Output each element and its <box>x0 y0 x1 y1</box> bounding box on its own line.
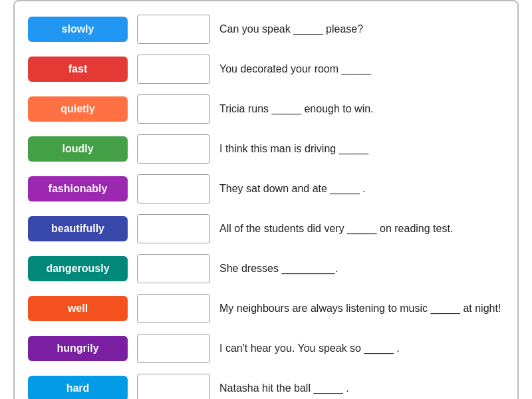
sentence-3: I think this man is driving _____ <box>219 142 504 156</box>
answer-box-dangerously <box>137 254 210 283</box>
word-button-well[interactable]: well <box>28 296 128 321</box>
answer-box-quietly <box>137 94 210 124</box>
sentence-8: I can't hear you. You speak so _____ . <box>219 341 504 356</box>
answer-box-fast <box>137 55 210 84</box>
word-button-hard[interactable]: hard <box>28 376 128 399</box>
sentence-4: They sat down and ate _____ . <box>219 182 504 196</box>
exercise-row: slowlyCan you speak _____ please? <box>28 12 504 47</box>
answer-box-hungrily <box>137 334 210 363</box>
exercise-row: fastYou decorated your room _____ <box>28 52 504 86</box>
sentence-0: Can you speak _____ please? <box>219 22 504 37</box>
exercise-row: loudlyI think this man is driving _____ <box>28 132 504 166</box>
exercise-row: fashionablyThey sat down and ate _____ . <box>28 172 504 206</box>
exercise-row: beautifullyAll of the students did very … <box>28 211 504 246</box>
sentence-5: All of the students did very _____ on re… <box>219 221 504 236</box>
sentence-1: You decorated your room _____ <box>219 62 504 76</box>
word-button-quietly[interactable]: quietly <box>28 96 128 122</box>
answer-box-slowly <box>137 15 210 44</box>
sentence-9: Natasha hit the ball _____ . <box>219 381 504 396</box>
answer-box-fashionably <box>137 174 210 203</box>
exercise-row: hardNatasha hit the ball _____ . <box>28 371 504 399</box>
word-button-dangerously[interactable]: dangerously <box>28 256 128 281</box>
exercise-container: slowlyCan you speak _____ please?fastYou… <box>13 0 519 399</box>
answer-box-well <box>137 294 210 323</box>
word-button-slowly[interactable]: slowly <box>28 17 128 42</box>
exercise-row: wellMy neighbours are always listening t… <box>28 291 504 326</box>
exercise-row: quietlyTricia runs _____ enough to win. <box>28 92 504 126</box>
answer-box-loudly <box>137 134 210 164</box>
word-button-loudly[interactable]: loudly <box>28 136 128 162</box>
word-button-fast[interactable]: fast <box>28 57 128 82</box>
answer-box-beautifully <box>137 214 210 243</box>
sentence-2: Tricia runs _____ enough to win. <box>219 102 504 116</box>
word-button-fashionably[interactable]: fashionably <box>28 176 128 201</box>
word-button-hungrily[interactable]: hungrily <box>28 336 128 361</box>
sentence-6: She dresses _________. <box>219 261 504 276</box>
answer-box-hard <box>137 374 210 399</box>
sentence-7: My neighbours are always listening to mu… <box>219 301 504 316</box>
exercise-row: hungrilyI can't hear you. You speak so _… <box>28 331 504 366</box>
word-button-beautifully[interactable]: beautifully <box>28 216 128 241</box>
exercise-row: dangerouslyShe dresses _________. <box>28 251 504 286</box>
